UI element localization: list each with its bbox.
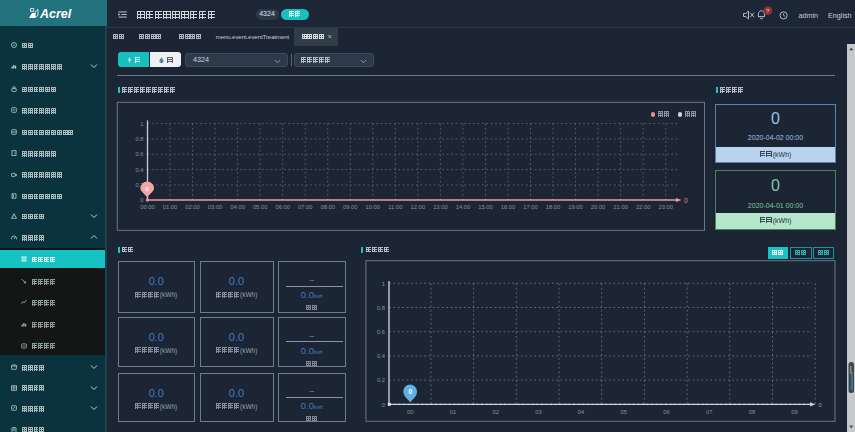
svg-text:01:00: 01:00 [163,204,178,210]
svg-text:23:00: 23:00 [658,204,673,210]
svg-text:19:00: 19:00 [568,204,583,210]
svg-text:0: 0 [684,197,688,204]
svg-text:03: 03 [535,409,541,415]
svg-text:00: 00 [407,409,413,415]
svg-text:0.6: 0.6 [135,151,143,157]
svg-text:12:00: 12:00 [411,204,426,210]
svg-text:20:00: 20:00 [591,204,606,210]
svg-text:08: 08 [749,409,755,415]
svg-text:04:00: 04:00 [230,204,245,210]
svg-text:09: 09 [791,409,797,415]
svg-text:02:00: 02:00 [185,204,200,210]
svg-text:0.4: 0.4 [135,167,144,173]
svg-text:0.2: 0.2 [377,377,385,383]
svg-text:16:00: 16:00 [501,204,516,210]
svg-text:14:00: 14:00 [456,204,471,210]
svg-text:06: 06 [663,409,669,415]
svg-text:21:00: 21:00 [613,204,628,210]
svg-text:15:00: 15:00 [478,204,493,210]
svg-text:05:00: 05:00 [253,204,268,210]
svg-text:08:00: 08:00 [320,204,335,210]
svg-text:0: 0 [819,402,822,408]
svg-text:17:00: 17:00 [523,204,538,210]
svg-text:10:00: 10:00 [366,204,381,210]
svg-text:0.6: 0.6 [377,329,385,335]
svg-text:01: 01 [450,409,456,415]
svg-text:06:00: 06:00 [275,204,290,210]
svg-text:09:00: 09:00 [343,204,358,210]
svg-text:1: 1 [382,281,385,287]
svg-text:0.4: 0.4 [377,353,386,359]
svg-text:1: 1 [140,121,143,127]
svg-text:22:00: 22:00 [636,204,651,210]
svg-text:?: ? [766,7,770,14]
svg-text:18:00: 18:00 [546,204,561,210]
svg-text:0.8: 0.8 [377,305,385,311]
svg-text:05: 05 [621,409,627,415]
svg-text:0: 0 [140,197,143,203]
svg-text:0: 0 [408,388,412,395]
svg-text:04: 04 [578,409,585,415]
svg-text:Acrel: Acrel [39,7,72,20]
svg-text:0.8: 0.8 [135,136,143,142]
svg-text:07: 07 [706,409,712,415]
svg-text:13:00: 13:00 [433,204,448,210]
svg-text:11:00: 11:00 [388,204,402,210]
svg-text:02: 02 [492,409,498,415]
svg-text:0: 0 [382,402,385,408]
svg-text:00:00: 00:00 [140,204,155,210]
svg-text:03:00: 03:00 [208,204,223,210]
svg-text:07:00: 07:00 [298,204,313,210]
